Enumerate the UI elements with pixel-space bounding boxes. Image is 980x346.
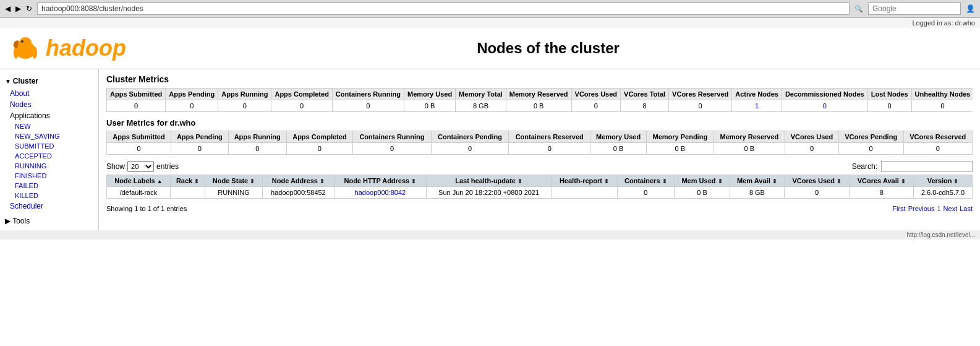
reload-icon[interactable]: ↻ bbox=[26, 4, 32, 13]
cluster-metrics-table: Apps SubmittedApps PendingApps RunningAp… bbox=[106, 88, 973, 112]
cluster-metrics-value-cell: 0 bbox=[107, 100, 166, 112]
back-icon[interactable]: ◀ bbox=[5, 4, 11, 13]
hadoop-elephant-icon bbox=[10, 33, 41, 64]
browser-search-input[interactable] bbox=[868, 2, 961, 15]
nodes-header-cell[interactable]: Version ⇕ bbox=[914, 175, 973, 187]
sidebar-item-submitted[interactable]: SUBMITTED bbox=[0, 141, 98, 151]
last-page-link[interactable]: Last bbox=[960, 205, 973, 212]
content-area: Cluster Metrics Apps SubmittedApps Pendi… bbox=[99, 69, 980, 230]
user-metrics-header-cell: Apps Running bbox=[228, 131, 286, 143]
table-cell: 0 bbox=[617, 187, 675, 199]
user-metrics-value-cell: 0 bbox=[107, 143, 171, 155]
nodes-body: /default-rackRUNNINGhadoop000:58452hadoo… bbox=[107, 187, 973, 199]
svg-point-4 bbox=[21, 40, 23, 43]
nodes-header-cell[interactable]: Containers ⇕ bbox=[617, 175, 675, 187]
cluster-metrics-header-cell: VCores Total bbox=[621, 89, 669, 100]
cluster-metrics-value-cell: 0 bbox=[867, 100, 911, 112]
user-metrics-value-cell: 0 bbox=[838, 143, 903, 155]
table-cell: 2.6.0-cdh5.7.0 bbox=[914, 187, 973, 199]
next-page-link[interactable]: Next bbox=[944, 205, 958, 212]
nodes-header-cell[interactable]: Health-report ⇕ bbox=[552, 175, 617, 187]
hadoop-logo-text: hadoop bbox=[46, 35, 126, 61]
user-metrics-header-cell: Memory Reserved bbox=[714, 131, 785, 143]
table-cell: 8 bbox=[850, 187, 914, 199]
sidebar-item-new-saving[interactable]: NEW_SAVING bbox=[0, 131, 98, 141]
sidebar-item-killed[interactable]: KILLED bbox=[0, 191, 98, 201]
cluster-metrics-header-cell: VCores Used bbox=[571, 89, 620, 100]
cluster-metrics-value-cell: 0 bbox=[218, 100, 271, 112]
cluster-metrics-header-cell: Active Nodes bbox=[732, 89, 782, 100]
cluster-metrics-header-cell: Memory Total bbox=[456, 89, 506, 100]
pagination: First Previous 1 Next Last bbox=[892, 205, 973, 212]
sidebar-item-finished[interactable]: FINISHED bbox=[0, 171, 98, 181]
cluster-metrics-header-cell: Unhealthy Nodes bbox=[911, 89, 973, 100]
user-metrics-value-cell: 0 bbox=[785, 143, 839, 155]
cluster-metrics-header-cell: Memory Reserved bbox=[506, 89, 571, 100]
cluster-metrics-header-cell: Apps Running bbox=[218, 89, 271, 100]
table-cell bbox=[552, 187, 617, 199]
cluster-metrics-value-cell: 8 bbox=[621, 100, 669, 112]
cluster-metrics-header-cell: Decommissioned Nodes bbox=[782, 89, 867, 100]
cluster-metrics-header-row: Apps SubmittedApps PendingApps RunningAp… bbox=[107, 89, 973, 100]
sidebar-item-scheduler[interactable]: Scheduler bbox=[0, 201, 98, 212]
sidebar-cluster-section[interactable]: Cluster bbox=[0, 74, 98, 88]
sidebar-item-failed[interactable]: FAILED bbox=[0, 181, 98, 191]
cluster-metrics-values-row: 000000 B8 GB0 B08010000 bbox=[107, 100, 973, 112]
user-metrics-title: User Metrics for dr.who bbox=[106, 118, 973, 128]
table-cell: hadoop000:8042 bbox=[334, 187, 426, 199]
nodes-header-cell[interactable]: VCores Used ⇕ bbox=[784, 175, 849, 187]
previous-page-link[interactable]: Previous bbox=[908, 205, 935, 212]
user-metrics-header-cell: VCores Pending bbox=[838, 131, 903, 143]
nodes-header-row: Node Labels ▲Rack ⇕Node State ⇕Node Addr… bbox=[107, 175, 973, 187]
nodes-header-cell[interactable]: Mem Used ⇕ bbox=[675, 175, 730, 187]
forward-icon[interactable]: ▶ bbox=[15, 4, 21, 13]
page-title: Nodes of the cluster bbox=[126, 40, 970, 57]
user-metrics-header-row: Apps SubmittedApps PendingApps RunningAp… bbox=[107, 131, 973, 143]
google-search-label: 🔍 bbox=[854, 5, 863, 13]
search-label: Search: bbox=[852, 162, 877, 171]
nodes-header-cell[interactable]: Node HTTP Address ⇕ bbox=[334, 175, 426, 187]
table-cell: /default-rack bbox=[107, 187, 171, 199]
sidebar-item-new[interactable]: NEW bbox=[0, 121, 98, 131]
logged-in-bar: Logged in as: dr.who bbox=[0, 18, 980, 28]
nodes-header-cell[interactable]: Rack ⇕ bbox=[170, 175, 205, 187]
table-row: /default-rackRUNNINGhadoop000:58452hadoo… bbox=[107, 187, 973, 199]
table-cell: hadoop000:58452 bbox=[262, 187, 334, 199]
sidebar-tools-section[interactable]: ▶ Tools bbox=[0, 217, 98, 225]
user-metrics-header-cell: Memory Pending bbox=[646, 131, 714, 143]
cluster-metrics-value-cell: 0 bbox=[166, 100, 218, 112]
sidebar-item-running[interactable]: RUNNING bbox=[0, 161, 98, 171]
show-entries-select[interactable]: 10202550100 bbox=[127, 161, 154, 172]
cluster-metrics-table-wrapper: Apps SubmittedApps PendingApps RunningAp… bbox=[106, 88, 973, 112]
profile-icon[interactable]: 👤 bbox=[966, 4, 975, 13]
pagination-row: Showing 1 to 1 of 1 entries First Previo… bbox=[106, 201, 973, 212]
sidebar-item-about[interactable]: About bbox=[0, 88, 98, 99]
user-metrics-table-wrapper: Apps SubmittedApps PendingApps RunningAp… bbox=[106, 131, 973, 155]
nodes-header-cell[interactable]: VCores Avail ⇕ bbox=[850, 175, 914, 187]
cluster-metrics-value-cell: 0 bbox=[332, 100, 404, 112]
user-metrics-header-cell: Apps Submitted bbox=[107, 131, 171, 143]
cluster-metrics-header-cell: VCores Reserved bbox=[669, 89, 732, 100]
url-bar[interactable] bbox=[37, 2, 850, 15]
cluster-metrics-header-cell: Lost Nodes bbox=[867, 89, 911, 100]
sidebar-item-nodes[interactable]: Nodes bbox=[0, 99, 98, 110]
user-metrics-value-cell: 0 B bbox=[646, 143, 714, 155]
user-metrics-value-cell: 0 B bbox=[590, 143, 647, 155]
user-metrics-value-cell: 0 bbox=[431, 143, 508, 155]
main-layout: Cluster About Nodes Applications NEW NEW… bbox=[0, 69, 980, 230]
sidebar-item-accepted[interactable]: ACCEPTED bbox=[0, 151, 98, 161]
cluster-metrics-header-cell: Apps Pending bbox=[166, 89, 218, 100]
nodes-header-cell[interactable]: Last health-update ⇕ bbox=[426, 175, 552, 187]
node-search-input[interactable] bbox=[881, 161, 973, 172]
nodes-header-cell[interactable]: Node State ⇕ bbox=[205, 175, 263, 187]
sidebar-applications-label: Applications bbox=[0, 110, 98, 121]
nodes-header-cell[interactable]: Mem Avail ⇕ bbox=[730, 175, 784, 187]
user-metrics-header-cell: Containers Running bbox=[353, 131, 432, 143]
current-page: 1 bbox=[937, 205, 940, 212]
nodes-header-cell[interactable]: Node Address ⇕ bbox=[262, 175, 334, 187]
cluster-metrics-header-cell: Memory Used bbox=[404, 89, 455, 100]
first-page-link[interactable]: First bbox=[892, 205, 905, 212]
nodes-header-cell[interactable]: Node Labels ▲ bbox=[107, 175, 171, 187]
user-metrics-value-cell: 0 bbox=[903, 143, 973, 155]
table-cell bbox=[170, 187, 205, 199]
